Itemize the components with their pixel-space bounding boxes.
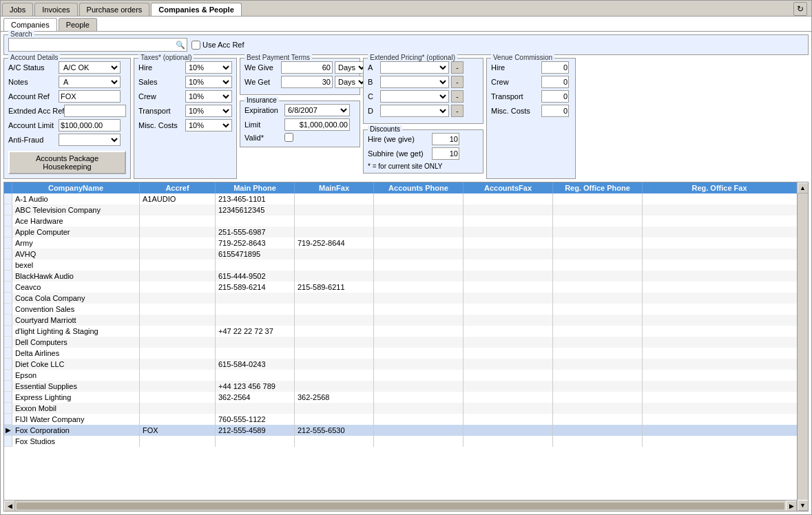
anti-fraud-select[interactable] <box>59 134 121 146</box>
ext-b-minus-btn[interactable]: - <box>451 76 464 88</box>
sub-tab-companies[interactable]: Companies <box>3 18 57 31</box>
tab-purchase-orders[interactable]: Purchase orders <box>79 3 150 16</box>
ext-acc-ref-input[interactable]: 12345678901234567890 <box>64 105 126 117</box>
status-row: A/C Status A/C OK <box>8 61 126 74</box>
cell-regfax <box>643 315 797 326</box>
scroll-up-arrow[interactable]: ▲ <box>798 182 809 193</box>
cell-regphone <box>553 249 643 260</box>
table-row[interactable]: AVHQ 6155471895 <box>4 249 797 260</box>
table-row[interactable]: Army 719-252-8643 719-252-8644 <box>4 238 797 249</box>
cell-fax <box>295 227 374 238</box>
table-row[interactable]: Delta Airlines <box>4 348 797 359</box>
ext-a-minus-btn[interactable]: - <box>451 61 464 74</box>
ins-limit-input[interactable] <box>284 118 350 131</box>
th-accref[interactable]: Accref <box>140 182 216 193</box>
horizontal-scroll-track[interactable] <box>17 503 784 509</box>
venue-crew-input[interactable] <box>541 76 569 88</box>
acct-limit-input[interactable] <box>59 119 121 132</box>
table-row[interactable]: Coca Cola Company <box>4 293 797 304</box>
notes-select[interactable]: A <box>59 76 121 88</box>
notes-label: Notes <box>8 78 56 86</box>
cell-acctphone <box>374 381 464 392</box>
ins-expiration-select[interactable]: 6/8/2007 <box>284 104 350 116</box>
table-row[interactable]: Fox Studios <box>4 436 797 447</box>
th-acctfax[interactable]: AccountsFax <box>464 182 553 193</box>
status-select[interactable]: A/C OK <box>59 61 121 74</box>
table-row[interactable]: ABC Television Company 12345612345 <box>4 204 797 216</box>
ext-d-select[interactable] <box>380 105 449 117</box>
table-row[interactable]: Exxon Mobil <box>4 403 797 414</box>
venue-transport-input[interactable] <box>541 90 569 103</box>
table-row[interactable]: Convention Sales <box>4 304 797 315</box>
venue-hire-input[interactable] <box>541 61 569 74</box>
scroll-down-arrow[interactable]: ▼ <box>798 500 809 511</box>
table-row[interactable]: Epson <box>4 370 797 381</box>
cell-acctphone <box>374 193 464 204</box>
acc-ref-input[interactable] <box>59 90 121 103</box>
th-regphone[interactable]: Reg. Office Phone <box>553 182 643 193</box>
table-row[interactable]: Express Lighting 362-2564 362-2568 <box>4 392 797 403</box>
tax-misc-select[interactable]: 10% <box>185 119 232 132</box>
ext-a-select[interactable] <box>380 61 449 74</box>
cell-company: Army <box>12 238 140 249</box>
use-acc-ref-checkbox[interactable] <box>191 41 200 50</box>
table-row[interactable]: Essential Supplies +44 123 456 789 <box>4 381 797 392</box>
ext-d-minus-btn[interactable]: - <box>451 105 464 117</box>
table-row[interactable]: Dell Computers <box>4 337 797 348</box>
cell-regfax <box>643 271 797 282</box>
table-row[interactable]: A-1 Audio A1AUDIO 213-465-1101 <box>4 193 797 204</box>
th-phone[interactable]: Main Phone <box>216 182 295 193</box>
ext-c-select[interactable] <box>380 90 449 103</box>
ins-valid-checkbox[interactable] <box>284 133 293 142</box>
sub-tab-people[interactable]: People <box>59 18 97 31</box>
table-body[interactable]: A-1 Audio A1AUDIO 213-465-1101 ABC Telev… <box>4 193 797 500</box>
venue-misc-input[interactable] <box>541 105 569 117</box>
th-company[interactable]: CompanyName <box>12 182 140 193</box>
we-get-input[interactable] <box>281 76 333 88</box>
search-icon: 🔍 <box>176 41 185 50</box>
cell-regphone <box>553 293 643 304</box>
cell-regfax <box>643 304 797 315</box>
refresh-button[interactable]: ↻ <box>793 2 807 16</box>
vertical-scrollbar[interactable]: ▲ ▼ <box>797 182 808 511</box>
th-acctphone[interactable]: Accounts Phone <box>374 182 464 193</box>
table-row[interactable]: BlackHawk Audio 615-444-9502 <box>4 271 797 282</box>
table-row[interactable]: d'light Lighting & Staging +47 22 22 72 … <box>4 326 797 337</box>
horizontal-scrollbar[interactable]: ◀ ▶ <box>4 500 797 511</box>
table-row[interactable]: Ceavco 215-589-6214 215-589-6211 <box>4 282 797 293</box>
scroll-left-arrow[interactable]: ◀ <box>4 501 15 512</box>
table-row[interactable]: Diet Coke LLC 615-584-0243 <box>4 359 797 370</box>
cell-acctphone <box>374 425 464 436</box>
ext-b-select[interactable] <box>380 76 449 88</box>
table-row[interactable]: ▶ Fox Corporation FOX 212-555-4589 212-5… <box>4 425 797 436</box>
housekeeping-button[interactable]: Accounts Package Housekeeping <box>8 151 126 174</box>
cell-regphone <box>553 425 643 436</box>
tax-hire-select[interactable]: 10% <box>185 61 232 74</box>
tab-jobs[interactable]: Jobs <box>2 3 33 16</box>
table-row[interactable]: Ace Hardware <box>4 216 797 227</box>
company-table: CompanyName Accref Main Phone MainFax Ac… <box>3 182 809 512</box>
table-row[interactable]: Courtyard Marriott <box>4 315 797 326</box>
table-row[interactable]: bexel <box>4 260 797 271</box>
subhire-discount-input[interactable] <box>432 147 459 160</box>
hire-discount-input[interactable] <box>432 133 459 145</box>
cell-regfax <box>643 216 797 227</box>
tax-transport-select[interactable]: 10% <box>185 105 232 117</box>
ext-c-minus-btn[interactable]: - <box>451 90 464 103</box>
tab-invoices[interactable]: Invoices <box>34 3 77 16</box>
tab-companies-people[interactable]: Companies & People <box>151 3 241 16</box>
cell-accref <box>140 381 216 392</box>
cell-company: AVHQ <box>12 249 140 260</box>
tax-crew-select[interactable]: 10% <box>185 90 232 103</box>
th-regfax[interactable]: Reg. Office Fax <box>643 182 797 193</box>
table-row[interactable]: FIJI Water Company 760-555-1122 <box>4 414 797 425</box>
scroll-right-arrow[interactable]: ▶ <box>786 501 797 512</box>
cell-accref <box>140 326 216 337</box>
insurance-title: Insurance <box>244 96 279 104</box>
th-fax[interactable]: MainFax <box>295 182 374 193</box>
table-row[interactable]: Apple Computer 251-555-6987 <box>4 227 797 238</box>
ext-d-label: D <box>368 107 378 115</box>
tax-sales-select[interactable]: 10% <box>185 76 232 88</box>
search-input[interactable] <box>8 38 187 52</box>
we-give-input[interactable] <box>281 61 333 74</box>
